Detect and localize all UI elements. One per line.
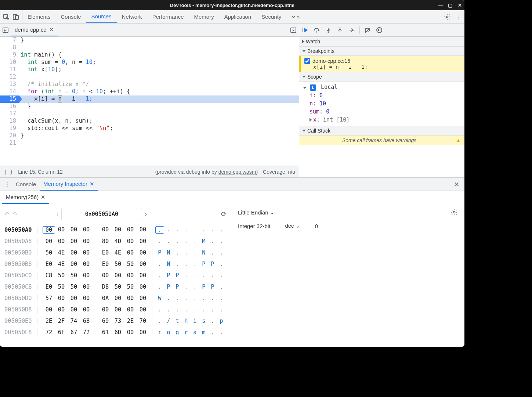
pretty-print-icon[interactable]: { } — [4, 169, 13, 175]
hex-row[interactable]: 005050B0504E0000E04E0000PN...N.. — [4, 247, 227, 258]
main-tab-sources[interactable]: Sources — [86, 10, 117, 23]
code-line[interactable]: 11 int x[10]; — [0, 66, 299, 73]
window-minimize[interactable]: — — [438, 3, 443, 8]
chevron-right-icon — [302, 40, 304, 43]
scope-variable[interactable]: sum: 0 — [303, 108, 461, 116]
next-page-icon[interactable]: › — [145, 211, 147, 217]
hex-grid[interactable]: 005050A00000000000000000........005050A8… — [0, 224, 231, 342]
window-title: DevTools - memory-inspector.glitch.me/de… — [170, 3, 294, 8]
watch-section[interactable]: Watch — [299, 37, 464, 46]
step-icon[interactable] — [348, 27, 355, 33]
window-close[interactable]: ✕ — [457, 3, 462, 8]
coverage-status: Coverage: n/a — [263, 169, 295, 175]
svg-point-3 — [446, 16, 448, 18]
code-line[interactable]: 12 — [0, 73, 299, 81]
code-line[interactable]: 17 — [0, 110, 299, 118]
code-line[interactable]: 8 — [0, 44, 299, 51]
chevron-down-icon[interactable] — [303, 87, 307, 89]
deactivate-breakpoints-icon[interactable] — [364, 27, 371, 33]
hex-row[interactable]: 005050C0C850500000000000.PP..... — [4, 270, 227, 281]
hex-row[interactable]: 005050D80000000000000000........ — [4, 304, 227, 315]
hex-row[interactable]: 005050C8E0505000D8505000.PP..PP. — [4, 281, 227, 292]
code-line[interactable]: 13 /* initialize x */ — [0, 81, 299, 88]
run-snippet-icon[interactable] — [290, 27, 297, 33]
refresh-icon[interactable]: ⟳ — [221, 210, 227, 218]
scope-variable[interactable]: n: 10 — [303, 100, 461, 108]
drawer-menu-icon[interactable]: ⋮ — [2, 181, 12, 187]
chevron-down-icon — [302, 130, 306, 132]
hex-row[interactable]: 005050E02E2F746869732E70./this.p — [4, 315, 227, 326]
debug-info-link[interactable]: demo-cpp.wasm — [218, 169, 256, 175]
more-tabs-icon[interactable]: » — [286, 10, 303, 23]
code-line[interactable]: 21 — [0, 140, 299, 147]
code-line[interactable]: 15 x[i] = n - i - 1; — [0, 95, 299, 103]
source-file-tab[interactable]: demo-cpp.cc ✕ — [11, 24, 58, 36]
value-base-select[interactable]: dec ⌄ — [285, 223, 300, 229]
scope-variable[interactable]: x: int [10] — [303, 116, 461, 124]
step-out-icon[interactable] — [337, 27, 343, 33]
settings-icon[interactable] — [444, 13, 451, 21]
value-type: Integer 32-bit — [238, 223, 270, 229]
close-icon[interactable]: ✕ — [41, 194, 46, 201]
close-drawer-icon[interactable]: ✕ — [451, 180, 462, 188]
address-input[interactable] — [61, 208, 142, 220]
close-icon[interactable]: ✕ — [90, 181, 94, 187]
callstack-section[interactable]: Call Stack — [299, 126, 464, 136]
code-line[interactable]: 18 calcSum(x, n, sum); — [0, 118, 299, 125]
code-line[interactable]: 10 int sum = 0, n = 10; — [0, 59, 299, 66]
drawer-tab-console[interactable]: Console — [12, 178, 40, 191]
memory-instance-tab[interactable]: Memory(256) ✕ — [2, 191, 49, 204]
code-line[interactable]: 19 std::cout << sum << "\n"; — [0, 125, 299, 132]
breakpoint-item[interactable]: demo-cpp.cc:15 x[i] = n - i - 1; — [299, 56, 464, 72]
navigator-toggle-icon[interactable] — [2, 27, 9, 33]
code-line[interactable]: 20} — [0, 132, 299, 140]
debugger-toolbar — [299, 24, 464, 37]
hex-row[interactable]: 005050A00000000000000000........ — [4, 224, 227, 235]
main-tab-memory[interactable]: Memory — [189, 10, 219, 23]
breakpoint-snippet: x[i] = n - i - 1; — [304, 64, 461, 70]
breakpoints-section[interactable]: Breakpoints — [299, 46, 464, 56]
hex-row[interactable]: 005050B8E04E0000E0505000.N...PP. — [4, 258, 227, 270]
main-tab-console[interactable]: Console — [56, 10, 86, 23]
chevron-down-icon: ⌄ — [270, 209, 275, 216]
chevron-down-icon — [302, 76, 306, 78]
pause-exceptions-icon[interactable] — [376, 27, 383, 33]
svg-point-10 — [354, 29, 355, 30]
local-badge-icon: L — [310, 84, 316, 91]
code-editor[interactable]: 7}89int main() {10 int sum = 0, n = 10;1… — [0, 37, 299, 166]
code-line[interactable]: 7} — [0, 37, 299, 44]
value-settings-icon[interactable] — [450, 209, 458, 216]
hex-row[interactable]: 005050D0570000000A000000W....... — [4, 292, 227, 304]
undo-icon[interactable]: ↶ — [4, 211, 9, 217]
hex-row[interactable]: 005050A800000000804D0000.....M.. — [4, 235, 227, 247]
close-file-icon[interactable]: ✕ — [49, 26, 54, 33]
code-line[interactable]: 9int main() { — [0, 51, 299, 59]
prev-page-icon[interactable]: ‹ — [57, 211, 58, 217]
main-tab-network[interactable]: Network — [117, 10, 147, 23]
window-maximize[interactable]: ▢ — [448, 3, 453, 8]
main-tab-application[interactable]: Application — [219, 10, 256, 23]
hex-row[interactable]: 005050E8726F6772616D0000rogram.. — [4, 326, 227, 338]
drawer-tabs: ⋮ Console Memory Inspector ✕ ✕ — [0, 178, 464, 191]
breakpoint-checkbox[interactable] — [304, 58, 310, 64]
main-tab-performance[interactable]: Performance — [147, 10, 189, 23]
step-over-icon[interactable] — [313, 27, 320, 33]
scope-variable[interactable]: i: 0 — [303, 91, 461, 100]
endian-toggle[interactable]: Little Endian ⌄ — [238, 209, 275, 216]
device-toggle-icon[interactable] — [12, 14, 19, 20]
main-tab-security[interactable]: Security — [256, 10, 286, 23]
callstack-warning: Some call frames have warnings ▲ — [299, 136, 464, 145]
main-tab-elements[interactable]: Elements — [22, 10, 56, 23]
kebab-menu-icon[interactable]: ⋮ — [456, 14, 462, 20]
scope-local-label: Local — [321, 84, 337, 90]
warning-icon: ▲ — [456, 137, 461, 143]
drawer-tab-memory-inspector[interactable]: Memory Inspector ✕ — [40, 178, 98, 191]
code-line[interactable]: 16 } — [0, 103, 299, 110]
step-into-icon[interactable] — [325, 27, 332, 33]
code-line[interactable]: 14 for (int i = 0; i < 10; ++i) { — [0, 88, 299, 95]
scope-section[interactable]: Scope — [299, 72, 464, 82]
redo-icon[interactable]: ↷ — [13, 211, 18, 217]
resume-icon[interactable] — [301, 27, 308, 33]
svg-point-6 — [318, 30, 319, 31]
inspect-icon[interactable] — [3, 14, 10, 20]
